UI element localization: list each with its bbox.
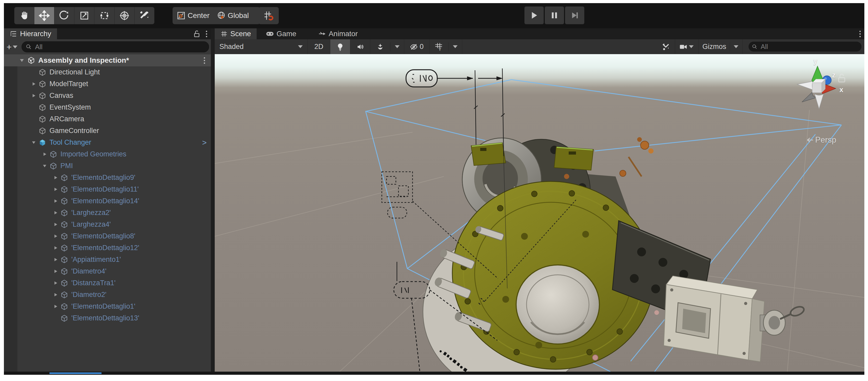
transform-tool-button[interactable] bbox=[115, 7, 134, 24]
grid-dropdown[interactable] bbox=[448, 39, 462, 54]
hierarchy-item[interactable]: GameController bbox=[4, 125, 211, 137]
hierarchy-item[interactable]: 'ElementoDettaglio9' bbox=[4, 172, 211, 184]
hierarchy-search-input[interactable] bbox=[34, 43, 205, 51]
scene-viewport[interactable]: y z x Persp bbox=[215, 54, 864, 372]
hierarchy-item[interactable]: 'ElementoDettaglio11' bbox=[4, 184, 211, 195]
scene-header-row[interactable]: Assembly and Inspection* bbox=[4, 54, 211, 66]
hierarchy-item[interactable]: 'DistanzaTra1' bbox=[4, 277, 211, 289]
hand-tool-button[interactable] bbox=[14, 7, 34, 24]
panel-splitter[interactable] bbox=[211, 28, 215, 372]
play-button[interactable] bbox=[524, 6, 544, 24]
scene-panel-menu-icon[interactable] bbox=[860, 31, 861, 37]
hierarchy-item[interactable]: 'Larghezza4' bbox=[4, 219, 211, 230]
hidden-objects-button[interactable]: 0 bbox=[404, 39, 429, 54]
gizmos-dropdown[interactable]: Gizmos bbox=[698, 39, 743, 54]
2d-toggle-button[interactable]: 2D bbox=[308, 39, 330, 54]
scene-audio-button[interactable] bbox=[350, 39, 370, 54]
gameobject-cube-icon bbox=[38, 92, 47, 100]
hierarchy-item[interactable]: 'ElementoDettaglio14' bbox=[4, 195, 211, 207]
scene-lighting-button[interactable] bbox=[330, 39, 350, 54]
create-object-button[interactable]: + bbox=[6, 42, 18, 52]
hierarchy-searchbox[interactable] bbox=[22, 41, 209, 52]
gizmo-center-cube[interactable] bbox=[812, 79, 825, 93]
axis-neg-y-cone[interactable] bbox=[814, 93, 824, 109]
hierarchy-tab[interactable]: Hierarchy bbox=[4, 28, 57, 39]
expand-arrow-icon[interactable] bbox=[51, 269, 60, 274]
rect-tool-button[interactable] bbox=[94, 7, 115, 24]
hierarchy-item[interactable]: 'Appiattimento1' bbox=[4, 254, 211, 265]
expand-arrow-icon[interactable] bbox=[40, 152, 49, 157]
expand-arrow-icon[interactable] bbox=[51, 304, 60, 309]
component-tools-button[interactable] bbox=[657, 39, 675, 54]
chevron-down-icon bbox=[453, 45, 458, 48]
gameobject-cube-icon bbox=[60, 197, 69, 205]
hierarchy-item[interactable]: 'ElementoDettaglio13' bbox=[4, 312, 211, 324]
draw-mode-dropdown[interactable]: Shaded bbox=[215, 39, 308, 54]
lock-icon[interactable] bbox=[193, 30, 200, 38]
effects-dropdown[interactable] bbox=[391, 39, 404, 54]
hierarchy-item-label: GameController bbox=[50, 127, 99, 135]
pause-button[interactable] bbox=[545, 6, 564, 24]
expand-arrow-icon[interactable] bbox=[19, 58, 25, 63]
effects-button[interactable] bbox=[370, 39, 390, 54]
grid-visibility-button[interactable]: Y bbox=[429, 39, 448, 54]
expand-arrow-icon[interactable] bbox=[40, 163, 49, 168]
search-icon bbox=[26, 43, 32, 50]
move-tool-button[interactable] bbox=[34, 7, 54, 24]
hierarchy-item[interactable]: Imported Geometries bbox=[4, 148, 211, 160]
hierarchy-item[interactable]: Directional Light bbox=[4, 66, 211, 78]
hierarchy-item[interactable]: EventSystem bbox=[4, 101, 211, 113]
prefab-open-chevron[interactable]: > bbox=[202, 138, 207, 147]
hierarchy-item[interactable]: 'ElementoDettaglio12' bbox=[4, 242, 211, 254]
hierarchy-item[interactable]: 'ElementoDettaglio1' bbox=[4, 300, 211, 312]
hierarchy-item[interactable]: Tool Changer> bbox=[4, 137, 211, 148]
orientation-gizmo[interactable]: y z x bbox=[788, 59, 848, 119]
copper-fittings bbox=[620, 137, 654, 177]
grid-snap-button[interactable] bbox=[258, 7, 279, 24]
tab-scene[interactable]: Scene bbox=[215, 28, 257, 39]
step-button[interactable] bbox=[565, 6, 584, 24]
expand-arrow-icon[interactable] bbox=[51, 234, 60, 239]
tool-changer-model bbox=[423, 137, 805, 372]
tab-game[interactable]: Game bbox=[260, 28, 302, 39]
pivot-toggle-button[interactable]: Center bbox=[173, 7, 219, 24]
scale-tool-button[interactable] bbox=[74, 7, 94, 24]
custom-tools-button[interactable] bbox=[134, 7, 154, 24]
rotate-tool-button[interactable] bbox=[54, 7, 74, 24]
hierarchy-item[interactable]: ModelTarget bbox=[4, 78, 211, 90]
expand-arrow-icon[interactable] bbox=[51, 210, 60, 215]
expand-arrow-icon[interactable] bbox=[51, 281, 60, 285]
scene-camera-dropdown[interactable] bbox=[675, 39, 699, 54]
hierarchy-item[interactable]: 'ElementoDettaglio8' bbox=[4, 230, 211, 242]
expand-arrow-icon[interactable] bbox=[51, 198, 60, 203]
bottom-strip bbox=[4, 372, 864, 375]
expand-arrow-icon[interactable] bbox=[51, 292, 60, 297]
step-icon bbox=[570, 11, 579, 20]
hierarchy-item[interactable]: ARCamera bbox=[4, 113, 211, 125]
space-toggle-button[interactable]: Global bbox=[213, 7, 260, 24]
scene-menu-icon[interactable] bbox=[204, 57, 205, 64]
expand-arrow-icon[interactable] bbox=[51, 187, 60, 192]
expand-arrow-icon[interactable] bbox=[51, 175, 60, 180]
hierarchy-item[interactable]: Canvas bbox=[4, 90, 211, 101]
hierarchy-item[interactable]: 'Diametro2' bbox=[4, 289, 211, 300]
tab-animator[interactable]: Animator bbox=[313, 28, 364, 39]
create-object-label: + bbox=[6, 42, 12, 52]
axis-neg-x-cone[interactable] bbox=[797, 81, 813, 90]
hierarchy-item[interactable]: 'Diametro4' bbox=[4, 265, 211, 277]
expand-arrow-icon[interactable] bbox=[51, 257, 60, 262]
expand-arrow-icon[interactable] bbox=[29, 140, 38, 145]
expand-arrow-icon[interactable] bbox=[29, 82, 38, 86]
hierarchy-menu-icon[interactable] bbox=[206, 31, 207, 37]
hierarchy-icon bbox=[10, 30, 18, 38]
scene-search-input[interactable] bbox=[760, 43, 858, 51]
projection-toggle[interactable]: Persp bbox=[806, 135, 836, 145]
hierarchy-item[interactable]: 'Larghezza2' bbox=[4, 207, 211, 219]
expand-arrow-icon[interactable] bbox=[51, 246, 60, 250]
gameobject-cube-icon bbox=[49, 162, 58, 170]
expand-arrow-icon[interactable] bbox=[51, 222, 60, 227]
expand-arrow-icon[interactable] bbox=[29, 93, 38, 98]
gameobject-cube-icon bbox=[38, 115, 47, 123]
scene-searchbox[interactable] bbox=[748, 42, 862, 52]
hierarchy-item[interactable]: PMI bbox=[4, 160, 211, 172]
